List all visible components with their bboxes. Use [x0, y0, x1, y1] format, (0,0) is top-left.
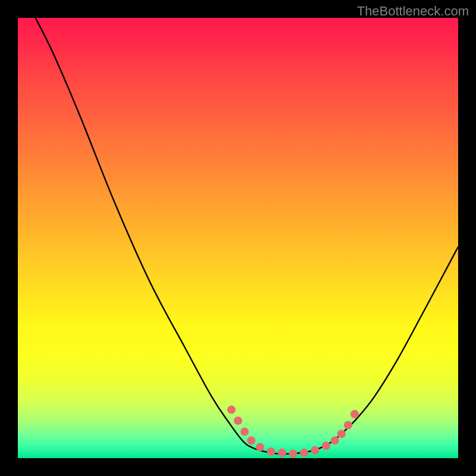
data-marker — [247, 436, 255, 444]
bottleneck-curve — [36, 18, 458, 454]
data-marker — [350, 410, 359, 418]
chart-container: TheBottleneck.com — [0, 0, 476, 476]
chart-svg — [18, 18, 458, 458]
data-marker — [240, 428, 249, 436]
data-marker — [322, 441, 330, 450]
plot-area — [18, 18, 458, 458]
data-marker — [278, 449, 286, 457]
data-marker — [227, 406, 236, 414]
data-marker — [344, 421, 352, 430]
data-marker — [256, 443, 264, 452]
data-marker — [234, 416, 242, 425]
data-marker — [331, 436, 339, 444]
data-marker — [311, 446, 320, 455]
data-marker — [267, 447, 275, 456]
data-markers — [227, 406, 359, 458]
data-marker — [337, 430, 346, 438]
data-marker — [300, 449, 308, 457]
watermark-text: TheBottleneck.com — [357, 4, 469, 19]
data-marker — [289, 450, 298, 458]
